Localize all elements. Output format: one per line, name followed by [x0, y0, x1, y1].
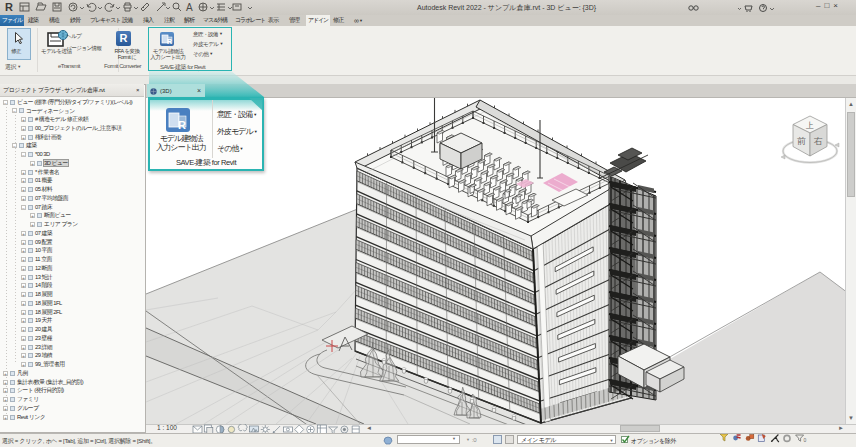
svg-text:A: A — [186, 2, 193, 13]
svg-text:上: 上 — [805, 121, 814, 130]
svg-text:0: 0 — [804, 437, 807, 443]
svg-text:R: R — [167, 38, 172, 45]
svg-text:R: R — [5, 1, 13, 13]
svg-text:前: 前 — [797, 136, 806, 146]
svg-text:右: 右 — [813, 136, 823, 146]
svg-text:R: R — [178, 119, 186, 131]
